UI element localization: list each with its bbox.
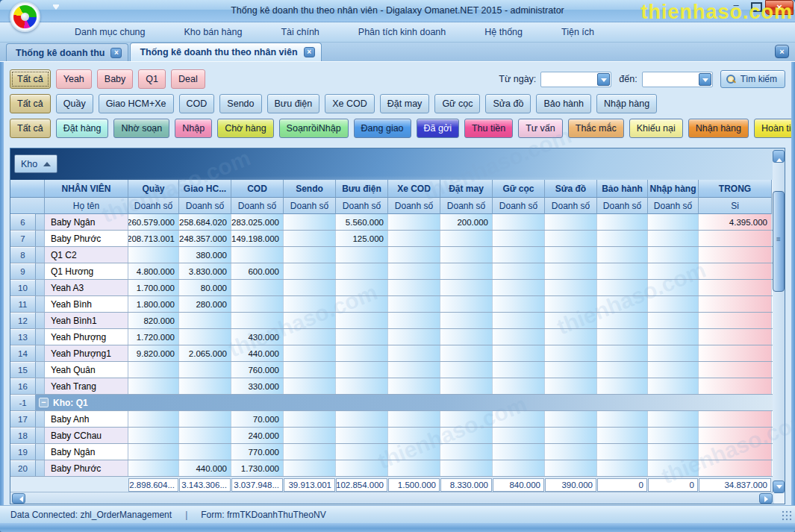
grid-cell[interactable] — [336, 428, 388, 443]
filter-button-xe-cod[interactable]: Xe COD — [325, 94, 375, 113]
grid-cell[interactable]: 208.713.001 — [128, 231, 179, 246]
grid-cell[interactable] — [388, 231, 440, 246]
filter-button-sendo[interactable]: Sendo — [219, 94, 261, 113]
grid-cell[interactable] — [699, 329, 772, 345]
subcolumn-header-doanh-so[interactable]: Doanh số — [545, 198, 597, 214]
grid-cell[interactable] — [545, 444, 597, 460]
column-header-sua-o[interactable]: Sửa đồ — [545, 180, 597, 198]
employee-name-cell[interactable]: Baby CChau — [45, 428, 128, 443]
row-number[interactable]: 14 — [10, 345, 36, 361]
grid-cell[interactable] — [128, 411, 179, 427]
menu-item-he-thong[interactable]: Hệ thống — [474, 24, 533, 40]
grid-cell[interactable] — [388, 411, 440, 427]
subcolumn-header-doanh-so[interactable]: Doanh số — [493, 198, 545, 214]
filter-button-buu-ien[interactable]: Bưu điện — [267, 94, 320, 113]
grid-cell[interactable] — [440, 460, 493, 476]
grid-cell[interactable] — [648, 247, 699, 263]
grid-cell[interactable] — [545, 280, 597, 295]
grid-cell[interactable] — [493, 231, 545, 246]
grid-cell[interactable] — [597, 345, 648, 361]
close-icon[interactable]: × — [110, 48, 122, 58]
grid-cell[interactable] — [493, 345, 545, 361]
grid-cell[interactable]: 330.000 — [231, 378, 284, 394]
grid-cell[interactable] — [284, 280, 336, 295]
grid-cell[interactable] — [284, 313, 336, 328]
grid-cell[interactable] — [699, 345, 772, 361]
grid-cell[interactable] — [597, 329, 648, 345]
grid-cell[interactable] — [648, 460, 699, 476]
filter-button-a-goi[interactable]: Đã gởi — [417, 119, 459, 138]
grid-cell[interactable] — [440, 263, 493, 279]
column-header-gu-coc[interactable]: Gữ cọc — [493, 180, 545, 198]
row-number[interactable]: 8 — [10, 247, 36, 263]
scroll-right-icon[interactable] — [759, 493, 773, 504]
grid-cell[interactable]: 1.800.000 — [128, 296, 179, 312]
row-number[interactable]: 18 — [10, 428, 36, 443]
grid-cell[interactable] — [336, 460, 388, 476]
to-date-combo[interactable] — [642, 72, 713, 87]
row-number[interactable]: 16 — [10, 378, 36, 394]
grid-cell[interactable] — [128, 362, 179, 378]
grid-cell[interactable] — [179, 362, 231, 378]
grid-cell[interactable] — [284, 231, 336, 246]
grid-cell[interactable] — [179, 329, 231, 345]
chevron-down-icon[interactable] — [597, 73, 610, 86]
subcolumn-header-doanh-so[interactable]: Doanh số — [597, 198, 648, 214]
grid-cell[interactable] — [493, 313, 545, 328]
filter-button-tu-van[interactable]: Tư vấn — [518, 119, 563, 138]
column-header-xe-cod[interactable]: Xe COD — [388, 180, 440, 198]
grid-cell[interactable] — [493, 378, 545, 394]
grid-cell[interactable] — [388, 280, 440, 295]
grid-cell[interactable]: 9.820.000 — [128, 345, 179, 361]
grid-cell[interactable] — [493, 214, 545, 230]
grid-cell[interactable]: 600.000 — [231, 263, 284, 279]
grid-cell[interactable]: 4.395.000 — [699, 214, 772, 230]
employee-name-cell[interactable]: Q1 Hương — [45, 263, 128, 279]
grid-cell[interactable] — [388, 214, 440, 230]
filter-button-tat-ca[interactable]: Tất cả — [10, 119, 51, 138]
grid-cell[interactable] — [284, 345, 336, 361]
grid-cell[interactable] — [545, 329, 597, 345]
grid-cell[interactable] — [284, 296, 336, 312]
filter-button-cod[interactable]: COD — [179, 94, 215, 113]
grid-cell[interactable] — [440, 313, 493, 328]
grid-cell[interactable] — [336, 280, 388, 295]
grid-cell[interactable] — [648, 362, 699, 378]
grid-cell[interactable] — [440, 411, 493, 427]
subcolumn-header-doanh-so[interactable]: Doanh số — [179, 198, 231, 214]
grid-cell[interactable]: 4.800.000 — [128, 263, 179, 279]
column-header-sendo[interactable]: Sendo — [284, 180, 336, 198]
filter-button-soanroinhap[interactable]: SoạnrồiNhập — [279, 119, 349, 138]
grid-cell[interactable]: 200.000 — [440, 214, 493, 230]
grid-cell[interactable] — [440, 280, 493, 295]
grid-cell[interactable]: 770.000 — [231, 444, 284, 460]
row-number[interactable]: 19 — [10, 444, 36, 460]
scroll-down-icon[interactable] — [773, 481, 785, 493]
employee-name-cell[interactable]: Yeah Quân — [45, 362, 128, 378]
column-header-buu-ien[interactable]: Bưu điện — [336, 180, 388, 198]
grid-cell[interactable] — [336, 329, 388, 345]
group-row-bar[interactable]: −Kho: Q1 — [36, 395, 774, 410]
grid-cell[interactable] — [648, 296, 699, 312]
grid-cell[interactable] — [648, 411, 699, 427]
grid-cell[interactable] — [493, 263, 545, 279]
grid-cell[interactable] — [493, 362, 545, 378]
row-number[interactable]: 20 — [10, 460, 36, 476]
filter-button-nhap[interactable]: Nhập — [175, 119, 212, 138]
filter-button-at-hang[interactable]: Đặt hàng — [56, 119, 109, 138]
menu-item-tai-chinh[interactable]: Tài chính — [270, 24, 329, 40]
group-by-kho-button[interactable]: Kho — [14, 154, 57, 173]
grid-cell[interactable] — [284, 247, 336, 263]
chevron-down-icon[interactable] — [699, 73, 711, 86]
grid-cell[interactable] — [179, 378, 231, 394]
grid-cell[interactable] — [699, 296, 772, 312]
grid-cell[interactable]: 260.579.000 — [128, 214, 179, 230]
grid-cell[interactable] — [284, 378, 336, 394]
grid-cell[interactable] — [699, 313, 772, 328]
grid-cell[interactable]: 760.000 — [231, 362, 284, 378]
grid-cell[interactable] — [440, 329, 493, 345]
column-header-nhap-hang[interactable]: Nhập hàng — [648, 180, 699, 198]
grid-cell[interactable] — [545, 231, 597, 246]
grid-cell[interactable] — [545, 296, 597, 312]
column-header-cod[interactable]: COD — [231, 180, 284, 198]
